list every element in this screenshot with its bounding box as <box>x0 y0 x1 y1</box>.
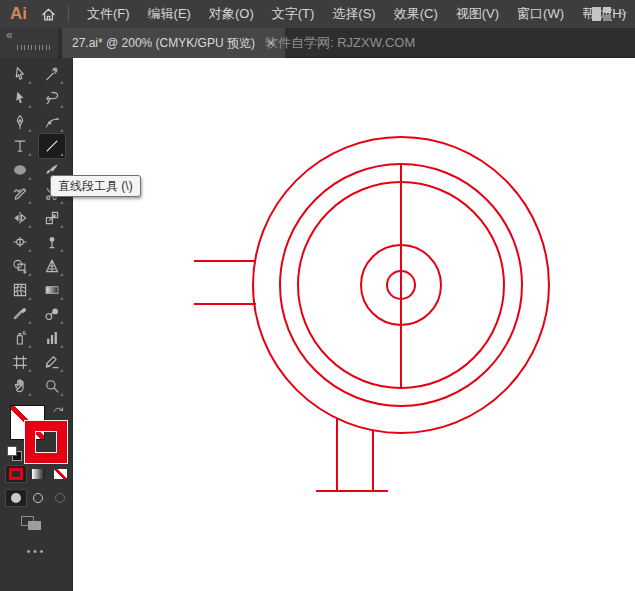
draw-inside-icon <box>55 493 65 503</box>
menu-type[interactable]: 文字(T) <box>263 0 324 28</box>
app-logo: Ai <box>0 4 35 24</box>
change-screen-mode-button[interactable] <box>21 516 45 534</box>
type-tool[interactable] <box>7 134 33 158</box>
tool-grid <box>7 62 65 398</box>
hand-tool-icon <box>11 377 29 395</box>
home-button[interactable] <box>35 3 61 25</box>
shaper-tool[interactable] <box>7 182 33 206</box>
document-tab-bar: « 27.ai* @ 200% (CMYK/GPU 预览) × 软件自学网: R… <box>0 28 635 58</box>
hand-tool[interactable] <box>7 374 33 398</box>
line-segment-tool[interactable] <box>39 134 65 158</box>
lasso-tool[interactable] <box>39 86 65 110</box>
curvature-tool-icon <box>43 113 61 131</box>
selection-tool-icon <box>11 65 29 83</box>
menu-bar: Ai 文件(F)编辑(E)对象(O)文字(T)选择(S)效果(C)视图(V)窗口… <box>0 0 635 28</box>
home-icon <box>40 6 57 23</box>
menubar-divider <box>68 6 69 22</box>
slice-tool-icon <box>43 353 61 371</box>
workspace-switcher-icon[interactable] <box>592 7 611 21</box>
pen-tool[interactable] <box>7 110 33 134</box>
symbol-sprayer-tool[interactable] <box>7 326 33 350</box>
tool-tooltip: 直线段工具 (\) <box>50 175 141 197</box>
none-button[interactable] <box>50 466 70 482</box>
draw-behind-icon <box>33 493 43 503</box>
type-tool-icon <box>11 137 29 155</box>
magic-wand-tool-icon <box>43 65 61 83</box>
selection-tool[interactable] <box>7 62 33 86</box>
swap-arrow-icon <box>52 404 65 417</box>
ellipse-tool-icon <box>11 161 29 179</box>
puppet-warp-tool-icon <box>43 233 61 251</box>
direct-selection-tool[interactable] <box>7 86 33 110</box>
mesh-tool[interactable] <box>7 278 33 302</box>
artboard-tool-icon <box>11 353 29 371</box>
eyedropper-tool[interactable] <box>7 302 33 326</box>
mesh-tool-icon <box>11 281 29 299</box>
menu-file[interactable]: 文件(F) <box>78 0 139 28</box>
none-swatch-icon <box>54 469 67 479</box>
line-segment-tool-icon <box>43 137 61 155</box>
paint-type-buttons <box>6 466 70 482</box>
scale-tool-icon <box>43 209 61 227</box>
menu-view[interactable]: 视图(V) <box>447 0 508 28</box>
perspective-grid-tool[interactable] <box>39 254 65 278</box>
menu-window[interactable]: 窗口(W) <box>508 0 573 28</box>
perspective-grid-tool-icon <box>43 257 61 275</box>
edit-toolbar-button[interactable]: ••• <box>0 546 73 557</box>
direct-selection-tool-icon <box>11 89 29 107</box>
default-fill-stroke-button[interactable] <box>7 446 21 460</box>
reflect-tool[interactable] <box>7 206 33 230</box>
gradient-button[interactable] <box>28 466 48 482</box>
menu-select[interactable]: 选择(S) <box>323 0 384 28</box>
swap-fill-stroke-button[interactable] <box>52 403 65 421</box>
slice-tool[interactable] <box>39 350 65 374</box>
grip-dots-icon[interactable] <box>17 45 53 50</box>
scale-tool[interactable] <box>39 206 65 230</box>
zoom-tool-icon <box>43 377 61 395</box>
column-graph-tool[interactable] <box>39 326 65 350</box>
shaper-tool-icon <box>11 185 29 203</box>
reflect-tool-icon <box>11 209 29 227</box>
chevron-down-icon <box>618 8 629 19</box>
artboard-tool[interactable] <box>7 350 33 374</box>
width-tool[interactable] <box>7 230 33 254</box>
blend-tool[interactable] <box>39 302 65 326</box>
ellipse-tool[interactable] <box>7 158 33 182</box>
pen-tool-icon <box>11 113 29 131</box>
menu-edit[interactable]: 编辑(E) <box>139 0 200 28</box>
document-tab-title: 27.ai* @ 200% (CMYK/GPU 预览) <box>72 35 255 52</box>
draw-normal-button[interactable] <box>6 490 26 506</box>
curvature-tool[interactable] <box>39 110 65 134</box>
gradient-tool[interactable] <box>39 278 65 302</box>
pump-line-drawing <box>73 58 635 591</box>
column-graph-tool-icon <box>43 329 61 347</box>
draw-normal-icon <box>11 493 21 503</box>
gradient-tool-icon <box>43 281 61 299</box>
symbol-sprayer-tool-icon <box>11 329 29 347</box>
drawing-mode-buttons <box>6 490 70 506</box>
shape-builder-tool-icon <box>11 257 29 275</box>
stroke-color-swatch[interactable] <box>25 421 67 463</box>
menubar-items: 文件(F)编辑(E)对象(O)文字(T)选择(S)效果(C)视图(V)窗口(W)… <box>78 0 635 28</box>
artboard-canvas[interactable] <box>73 58 635 591</box>
eyedropper-tool-icon <box>11 305 29 323</box>
puppet-warp-tool[interactable] <box>39 230 65 254</box>
shape-builder-tool[interactable] <box>7 254 33 278</box>
blend-tool-icon <box>43 305 61 323</box>
tools-panel: ••• <box>0 58 73 591</box>
document-tab[interactable]: 27.ai* @ 200% (CMYK/GPU 预览) × <box>62 28 285 58</box>
menu-effect[interactable]: 效果(C) <box>385 0 447 28</box>
draw-behind-button[interactable] <box>28 490 48 506</box>
workspace-chevron[interactable] <box>618 5 629 23</box>
draw-inside-button[interactable] <box>50 490 70 506</box>
collapse-panel-icon[interactable]: « <box>6 28 13 42</box>
width-tool-icon <box>11 233 29 251</box>
color-button[interactable] <box>6 466 26 482</box>
menu-object[interactable]: 对象(O) <box>200 0 263 28</box>
toolbar-header: « <box>0 28 58 58</box>
color-swatch-icon <box>9 468 23 480</box>
magic-wand-tool[interactable] <box>39 62 65 86</box>
zoom-tool[interactable] <box>39 374 65 398</box>
gradient-swatch-icon <box>32 469 45 479</box>
lasso-tool-icon <box>43 89 61 107</box>
